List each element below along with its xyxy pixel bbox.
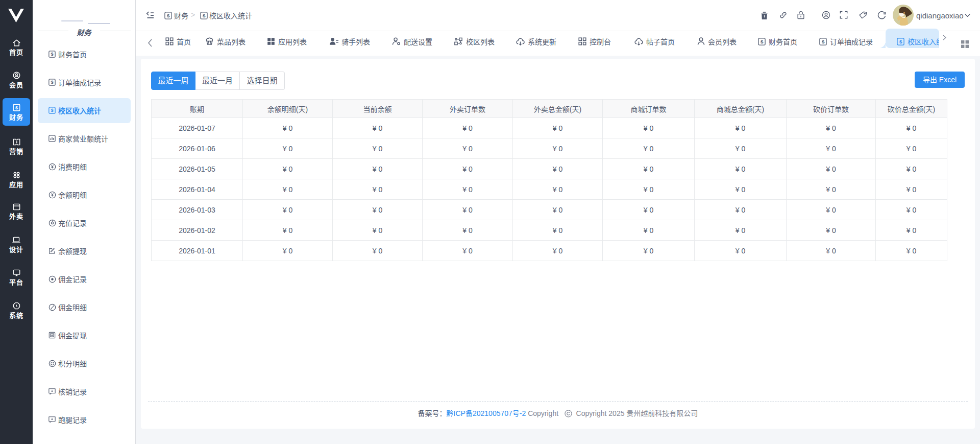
svg-text:$: $ — [822, 39, 825, 44]
svg-text:$: $ — [761, 39, 764, 44]
svg-text:$: $ — [51, 80, 54, 85]
svg-text:$: $ — [167, 13, 170, 18]
svg-text:$: $ — [899, 39, 902, 44]
svg-text:$: $ — [51, 52, 54, 57]
svg-text:$: $ — [15, 105, 18, 110]
svg-text:$: $ — [203, 13, 206, 18]
svg-text:$: $ — [51, 108, 54, 113]
